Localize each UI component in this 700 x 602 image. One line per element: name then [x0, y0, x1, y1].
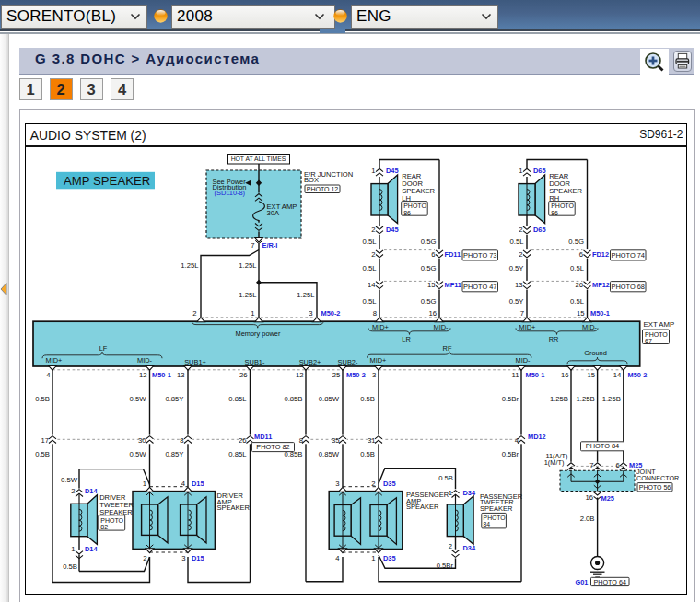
- svg-text:PHOTO 12: PHOTO 12: [307, 186, 339, 192]
- svg-text:M50-1: M50-1: [590, 309, 610, 318]
- svg-text:Ground: Ground: [584, 349, 607, 357]
- svg-text:67: 67: [645, 338, 652, 344]
- svg-text:0.85Y: 0.85Y: [165, 395, 183, 403]
- svg-text:6: 6: [616, 461, 620, 469]
- svg-text:16: 16: [585, 493, 593, 502]
- svg-text:0.5B: 0.5B: [35, 450, 50, 458]
- svg-text:2: 2: [143, 554, 146, 562]
- svg-text:1.25B: 1.25B: [577, 395, 595, 403]
- svg-text:G01: G01: [576, 578, 589, 586]
- svg-text:LR: LR: [402, 335, 410, 343]
- svg-text:MID+: MID+: [46, 356, 63, 365]
- svg-text:M50-2: M50-2: [346, 371, 366, 379]
- svg-text:AUDIO SYSTEM (2): AUDIO SYSTEM (2): [30, 128, 146, 143]
- svg-text:PHOTO: PHOTO: [484, 515, 506, 521]
- svg-text:2: 2: [449, 542, 452, 550]
- svg-text:M50-2: M50-2: [628, 371, 648, 379]
- svg-text:25: 25: [332, 371, 341, 379]
- svg-text:2: 2: [371, 480, 375, 488]
- svg-text:0.85L: 0.85L: [228, 395, 247, 403]
- svg-text:1: 1: [251, 309, 254, 318]
- svg-text:1.25L: 1.25L: [297, 291, 315, 299]
- svg-text:0.5B: 0.5B: [438, 474, 453, 482]
- svg-text:MID+: MID+: [519, 323, 536, 331]
- svg-text:4: 4: [335, 554, 340, 562]
- svg-text:0.5G: 0.5G: [568, 237, 584, 246]
- svg-text:2: 2: [519, 226, 522, 234]
- svg-text:MID+: MID+: [372, 323, 389, 331]
- svg-text:E/R-I: E/R-I: [262, 241, 278, 249]
- svg-text:D65: D65: [533, 226, 546, 234]
- svg-text:8: 8: [299, 436, 303, 445]
- svg-text:MF11: MF11: [445, 281, 461, 289]
- svg-text:EXT AMP: EXT AMP: [644, 320, 675, 329]
- svg-text:MD11: MD11: [254, 433, 272, 441]
- svg-text:4: 4: [515, 436, 519, 445]
- svg-text:SPEAKER: SPEAKER: [217, 504, 251, 512]
- svg-text:13: 13: [515, 281, 523, 289]
- svg-text:26: 26: [239, 371, 248, 379]
- svg-text:D35: D35: [383, 554, 396, 562]
- svg-text:0.5W: 0.5W: [61, 476, 78, 484]
- svg-text:D14: D14: [85, 487, 98, 495]
- svg-text:D15: D15: [192, 480, 204, 488]
- svg-text:3: 3: [372, 371, 376, 379]
- svg-text:86: 86: [403, 210, 411, 216]
- svg-text:D65: D65: [533, 167, 546, 175]
- svg-text:0.5B: 0.5B: [35, 395, 50, 403]
- svg-text:M50-1: M50-1: [526, 371, 545, 379]
- svg-text:0.85B: 0.85B: [284, 395, 302, 403]
- svg-text:84: 84: [484, 521, 491, 527]
- svg-text:0.5L: 0.5L: [363, 297, 378, 306]
- svg-text:1: 1: [71, 545, 75, 553]
- svg-text:MD12: MD12: [528, 433, 546, 441]
- svg-text:2: 2: [519, 250, 522, 259]
- svg-text:2: 2: [192, 309, 196, 318]
- svg-text:MID-: MID-: [137, 356, 153, 365]
- svg-text:1.25L: 1.25L: [239, 261, 257, 270]
- svg-text:D34: D34: [463, 544, 476, 552]
- svg-text:12: 12: [296, 371, 304, 379]
- svg-text:14: 14: [613, 371, 622, 379]
- svg-text:MF12: MF12: [592, 281, 610, 289]
- svg-text:0.5L: 0.5L: [570, 264, 585, 272]
- svg-text:0.5W: 0.5W: [130, 395, 147, 403]
- svg-text:8: 8: [373, 309, 377, 318]
- svg-text:1: 1: [519, 167, 522, 175]
- svg-text:1.25B: 1.25B: [602, 395, 621, 403]
- svg-text:6: 6: [431, 250, 435, 259]
- svg-text:16: 16: [561, 371, 569, 379]
- svg-text:3: 3: [181, 554, 185, 562]
- svg-text:1.25B: 1.25B: [550, 395, 568, 403]
- svg-text:FD11: FD11: [445, 250, 461, 259]
- svg-text:15: 15: [577, 309, 585, 318]
- svg-text:2: 2: [371, 226, 375, 234]
- svg-text:PHOTO: PHOTO: [645, 331, 668, 338]
- svg-text:26: 26: [239, 436, 247, 445]
- svg-text:2: 2: [371, 250, 375, 259]
- svg-text:0.5B: 0.5B: [360, 450, 375, 458]
- svg-text:PHOTO 74: PHOTO 74: [612, 251, 645, 260]
- svg-text:SPEAKER: SPEAKER: [406, 503, 439, 511]
- svg-text:14: 14: [368, 281, 376, 289]
- svg-text:0.5L: 0.5L: [570, 297, 585, 306]
- svg-text:MID-: MID-: [582, 323, 598, 331]
- svg-text:7: 7: [520, 309, 524, 318]
- svg-text:0.5W: 0.5W: [130, 450, 147, 458]
- svg-text:12: 12: [139, 371, 147, 379]
- svg-text:0.5G: 0.5G: [421, 237, 437, 246]
- svg-text:82: 82: [100, 524, 108, 530]
- svg-text:0.5Y: 0.5Y: [509, 297, 524, 306]
- svg-text:D35: D35: [383, 480, 396, 488]
- svg-text:11: 11: [512, 371, 519, 379]
- svg-text:PHOTO: PHOTO: [403, 203, 426, 209]
- svg-text:2.0B: 2.0B: [580, 515, 595, 523]
- svg-text:0.5L: 0.5L: [363, 264, 378, 272]
- svg-text:0.5L: 0.5L: [510, 237, 525, 246]
- svg-text:0.85W: 0.85W: [319, 395, 340, 403]
- svg-text:CONNECTOR: CONNECTOR: [636, 474, 679, 482]
- svg-text:PHOTO 64: PHOTO 64: [594, 578, 626, 586]
- svg-text:15: 15: [427, 281, 436, 289]
- svg-text:3: 3: [335, 480, 339, 488]
- svg-text:0.85Y: 0.85Y: [165, 450, 183, 458]
